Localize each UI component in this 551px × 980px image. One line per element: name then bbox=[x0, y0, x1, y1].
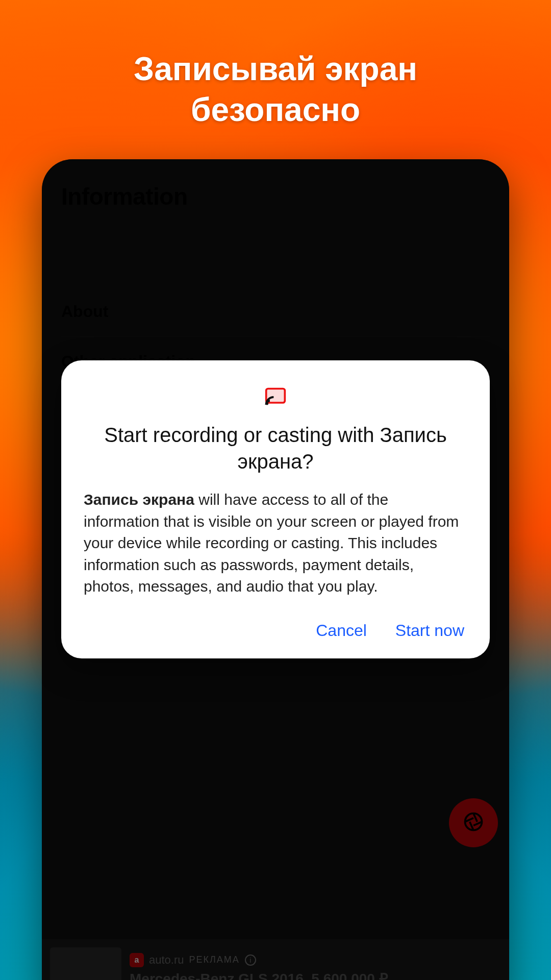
dialog-actions: Cancel Start now bbox=[84, 621, 467, 640]
start-now-button[interactable]: Start now bbox=[395, 621, 464, 640]
dialog-title: Start recording or casting with Запись э… bbox=[84, 422, 467, 475]
promo-headline: Записывай экран безопасно bbox=[0, 48, 551, 130]
promo-headline-line2: безопасно bbox=[31, 89, 520, 130]
svg-point-3 bbox=[266, 402, 268, 405]
cast-icon bbox=[84, 386, 467, 408]
cancel-button[interactable]: Cancel bbox=[316, 621, 367, 640]
dialog-app-name: Запись экрана bbox=[84, 491, 194, 508]
promo-headline-line1: Записывай экран bbox=[31, 48, 520, 89]
screen-record-permission-dialog: Start recording or casting with Запись э… bbox=[61, 360, 490, 658]
dialog-body: Запись экрана will have access to all of… bbox=[84, 489, 467, 598]
